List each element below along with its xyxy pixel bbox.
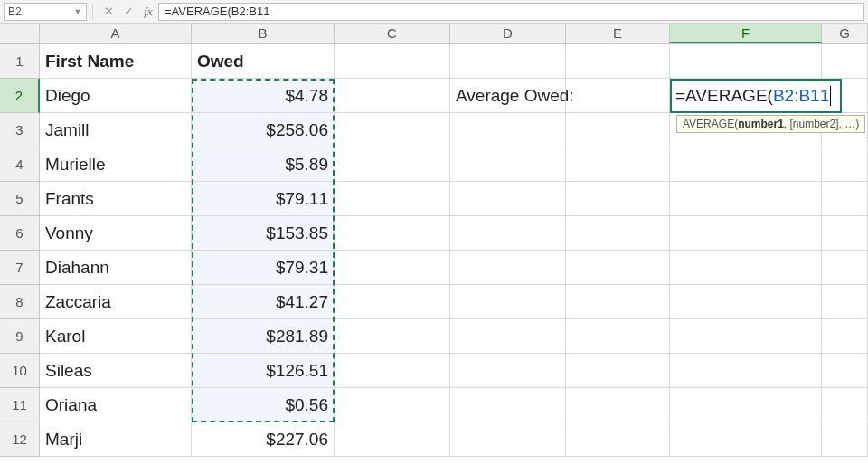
- cell[interactable]: [335, 422, 450, 457]
- cell[interactable]: [566, 354, 670, 388]
- cell[interactable]: [670, 216, 822, 251]
- cell[interactable]: $79.31: [192, 251, 335, 285]
- cell[interactable]: Average Owed:: [450, 79, 566, 113]
- cell[interactable]: Jamill: [40, 113, 192, 147]
- cell[interactable]: [670, 354, 822, 388]
- cell[interactable]: $0.56: [192, 388, 335, 422]
- cell[interactable]: [566, 251, 670, 285]
- chevron-down-icon[interactable]: ▼: [71, 5, 84, 18]
- cell[interactable]: [566, 216, 670, 251]
- column-header-A[interactable]: A: [40, 24, 192, 43]
- column-header-B[interactable]: B: [192, 24, 335, 43]
- cell[interactable]: [450, 182, 566, 216]
- cell[interactable]: $227.06: [192, 422, 335, 457]
- row-header[interactable]: 1: [0, 44, 40, 79]
- cell[interactable]: [335, 388, 450, 422]
- row-header[interactable]: 6: [0, 216, 40, 251]
- cell[interactable]: Frants: [40, 182, 192, 216]
- active-cell-editor[interactable]: =AVERAGE(B2:B11: [670, 79, 842, 113]
- cell[interactable]: [450, 251, 566, 285]
- row-header[interactable]: 8: [0, 285, 40, 319]
- row-header[interactable]: 7: [0, 251, 40, 285]
- column-header-E[interactable]: E: [566, 24, 670, 43]
- enter-formula-button[interactable]: ✓: [118, 3, 138, 21]
- cell[interactable]: [450, 44, 566, 79]
- cell[interactable]: Diego: [40, 79, 192, 113]
- select-all-corner[interactable]: [0, 24, 40, 43]
- cell[interactable]: [566, 319, 670, 354]
- column-header-G[interactable]: G: [822, 24, 868, 43]
- cell[interactable]: [335, 44, 450, 79]
- cell[interactable]: [450, 147, 566, 182]
- cell[interactable]: [335, 147, 450, 182]
- cell[interactable]: Sileas: [40, 354, 192, 388]
- row-header[interactable]: 2: [0, 79, 40, 113]
- cell[interactable]: Oriana: [40, 388, 192, 422]
- cell[interactable]: $258.06: [192, 113, 335, 147]
- cell[interactable]: $281.89: [192, 319, 335, 354]
- cell[interactable]: [566, 147, 670, 182]
- cell[interactable]: [335, 79, 450, 113]
- cell[interactable]: [822, 44, 868, 79]
- cell[interactable]: Marji: [40, 422, 192, 457]
- cell[interactable]: [670, 251, 822, 285]
- cell[interactable]: $126.51: [192, 354, 335, 388]
- cell[interactable]: Diahann: [40, 251, 192, 285]
- cell[interactable]: [566, 79, 670, 113]
- cell[interactable]: [335, 251, 450, 285]
- cell[interactable]: [670, 388, 822, 422]
- cell[interactable]: [822, 319, 868, 354]
- name-box[interactable]: B2 ▼: [4, 3, 87, 21]
- row-header[interactable]: 11: [0, 388, 40, 422]
- row-header[interactable]: 10: [0, 354, 40, 388]
- cell[interactable]: [822, 285, 868, 319]
- cell[interactable]: [822, 182, 868, 216]
- cell[interactable]: [335, 113, 450, 147]
- cell[interactable]: [450, 388, 566, 422]
- cell[interactable]: [566, 422, 670, 457]
- cell[interactable]: [450, 216, 566, 251]
- cell[interactable]: [670, 147, 822, 182]
- cell[interactable]: [566, 44, 670, 79]
- cell[interactable]: [670, 285, 822, 319]
- fx-icon[interactable]: fx: [138, 5, 158, 19]
- cancel-formula-button[interactable]: ✕: [99, 3, 118, 21]
- column-header-D[interactable]: D: [450, 24, 566, 43]
- cell[interactable]: [670, 422, 822, 457]
- column-header-F[interactable]: F: [670, 24, 822, 43]
- cell[interactable]: [670, 319, 822, 354]
- cell[interactable]: [450, 422, 566, 457]
- cell[interactable]: [822, 216, 868, 251]
- cell[interactable]: [335, 216, 450, 251]
- cell[interactable]: Karol: [40, 319, 192, 354]
- cell[interactable]: [450, 319, 566, 354]
- row-header[interactable]: 4: [0, 147, 40, 182]
- cell[interactable]: [566, 285, 670, 319]
- cell[interactable]: [670, 44, 822, 79]
- cell[interactable]: [822, 354, 868, 388]
- cell[interactable]: $5.89: [192, 147, 335, 182]
- column-header-C[interactable]: C: [335, 24, 450, 43]
- cell[interactable]: [335, 354, 450, 388]
- cell[interactable]: [822, 388, 868, 422]
- cell[interactable]: [450, 285, 566, 319]
- cell[interactable]: [566, 113, 670, 147]
- cell[interactable]: $4.78: [192, 79, 335, 113]
- cell[interactable]: Owed: [192, 44, 335, 79]
- cell[interactable]: [566, 388, 670, 422]
- cell[interactable]: [822, 422, 868, 457]
- cell[interactable]: Zaccaria: [40, 285, 192, 319]
- row-header[interactable]: 12: [0, 422, 40, 457]
- formula-input[interactable]: =AVERAGE(B2:B11: [158, 3, 864, 21]
- row-header[interactable]: 9: [0, 319, 40, 354]
- cell[interactable]: [566, 182, 670, 216]
- cell[interactable]: $79.11: [192, 182, 335, 216]
- cell[interactable]: First Name: [40, 44, 192, 79]
- cell[interactable]: [670, 182, 822, 216]
- cell[interactable]: [450, 113, 566, 147]
- row-header[interactable]: 3: [0, 113, 40, 147]
- cell[interactable]: $41.27: [192, 285, 335, 319]
- cell[interactable]: [450, 354, 566, 388]
- cell[interactable]: $153.85: [192, 216, 335, 251]
- cell[interactable]: [822, 251, 868, 285]
